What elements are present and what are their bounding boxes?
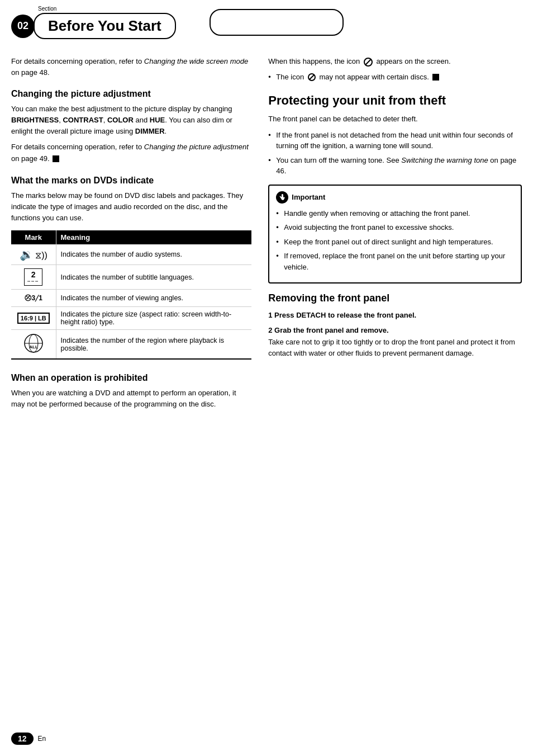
footer: 12 En <box>11 733 46 745</box>
dvd-marks-intro: The marks below may be found on DVD disc… <box>11 190 251 224</box>
changing-picture-ref: For details concerning operation, refer … <box>11 141 251 164</box>
protecting-section: Protecting your unit from theft The fron… <box>268 93 522 284</box>
protecting-intro: The front panel can be detached to deter… <box>268 114 522 125</box>
table-row: ⦼ 3╱1 Indicates the number of viewing an… <box>11 290 251 307</box>
meaning-cell-aspect: Indicates the picture size (aspect ratio… <box>56 307 251 330</box>
intro-text: For details concerning operation, refer … <box>11 50 251 78</box>
right-intro: When this happens, the icon appears on t… <box>268 50 522 82</box>
section-label: Section <box>38 6 176 12</box>
list-item: If the front panel is not detached from … <box>268 130 522 152</box>
mark-cell-subtitle: 2 ┈┈┈ <box>11 265 56 290</box>
prohibited-icon <box>364 58 373 67</box>
right-column: When this happens, the icon appears on t… <box>263 50 522 414</box>
list-item: The icon may not appear with certain dis… <box>268 72 522 83</box>
important-box: Important Handle gently when removing or… <box>268 185 522 284</box>
prohibited-icon-small <box>308 73 316 81</box>
stop-icon <box>53 155 59 162</box>
page-number: 12 <box>11 733 34 745</box>
meaning-cell-region: Indicates the number of the region where… <box>56 330 251 360</box>
protecting-bullets: If the front panel is not detached from … <box>268 130 522 177</box>
meaning-cell-angle: Indicates the number of viewing angles. <box>56 290 251 307</box>
page-title: Before You Start <box>34 13 176 39</box>
table-row: 🔉 ⧖)) Indicates the number of audio syst… <box>11 244 251 265</box>
list-item: Handle gently when removing or attaching… <box>276 208 514 219</box>
dvd-marks-table: Mark Meaning 🔉 ⧖)) Indicates th <box>11 230 251 360</box>
prohibited-title: When an operation is prohibited <box>11 373 251 383</box>
step1-title: 1 Press DETACH to release the front pane… <box>268 311 522 319</box>
mark-cell-audio: 🔉 ⧖)) <box>11 244 56 265</box>
removing-title: Removing the front panel <box>268 292 522 304</box>
left-column: For details concerning operation, refer … <box>11 50 263 414</box>
list-item: Avoid subjecting the front panel to exce… <box>276 222 514 233</box>
important-bullets: Handle gently when removing or attaching… <box>276 208 514 273</box>
mark-cell-aspect: 16:9 | LB <box>11 307 56 330</box>
header-right-oval <box>210 9 344 36</box>
prohibited-section: When an operation is prohibited When you… <box>11 373 251 410</box>
important-header: Important <box>276 191 514 204</box>
stop-square-icon <box>432 74 439 81</box>
important-icon <box>276 191 288 204</box>
language-label: En <box>38 735 46 743</box>
table-row: 2 ┈┈┈ Indicates the number of subtitle l… <box>11 265 251 290</box>
mark-cell-region: ALL <box>11 330 56 360</box>
dvd-marks-title: What the marks on DVDs indicate <box>11 176 251 186</box>
table-row: 16:9 | LB Indicates the picture size (as… <box>11 307 251 330</box>
svg-text:ALL: ALL <box>29 344 38 349</box>
changing-picture-body: You can make the best adjustment to the … <box>11 103 251 137</box>
right-intro-bullets: The icon may not appear with certain dis… <box>268 72 522 83</box>
table-header-meaning: Meaning <box>56 230 251 244</box>
meaning-cell-subtitle: Indicates the number of subtitle languag… <box>56 265 251 290</box>
header: Section 02 Before You Start <box>0 0 533 39</box>
section-number: 02 <box>11 15 35 38</box>
table-header-mark: Mark <box>11 230 56 244</box>
page: Section 02 Before You Start For details … <box>0 0 533 756</box>
list-item: If removed, replace the front panel on t… <box>276 251 514 272</box>
meaning-cell-audio: Indicates the number of audio systems. <box>56 244 251 265</box>
protecting-title: Protecting your unit from theft <box>268 93 522 108</box>
changing-picture-section: Changing the picture adjustment You can … <box>11 89 251 164</box>
changing-picture-title: Changing the picture adjustment <box>11 89 251 99</box>
page-content: For details concerning operation, refer … <box>0 39 533 426</box>
step2-body: Take care not to grip it too tightly or … <box>268 337 522 359</box>
list-item: You can turn off the warning tone. See S… <box>268 155 522 177</box>
table-row: ALL Indicates the number of the region w… <box>11 330 251 360</box>
prohibited-body: When you are watching a DVD and attempt … <box>11 388 251 410</box>
step2-title: 2 Grab the front panel and remove. <box>268 326 522 334</box>
list-item: Keep the front panel out of direct sunli… <box>276 237 514 248</box>
removing-section: Removing the front panel 1 Press DETACH … <box>268 292 522 359</box>
dvd-marks-section: What the marks on DVDs indicate The mark… <box>11 176 251 360</box>
mark-cell-angle: ⦼ 3╱1 <box>11 290 56 307</box>
